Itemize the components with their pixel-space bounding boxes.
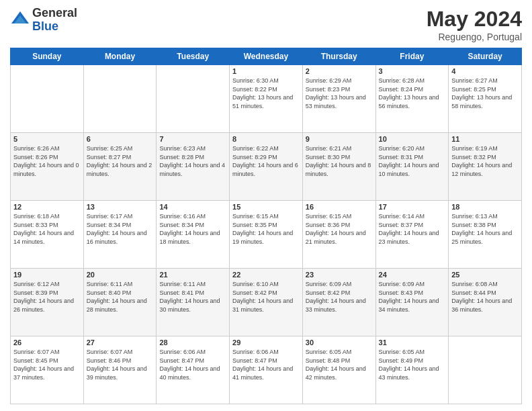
daylight: Daylight: 14 hours and 21 minutes. (306, 230, 366, 245)
day-cell: 27 Sunrise: 6:07 AM Sunset: 8:46 PM Dayl… (83, 336, 157, 404)
sunrise: Sunrise: 6:23 AM (159, 145, 206, 152)
sunset: Sunset: 8:38 PM (451, 222, 496, 228)
daylight: Daylight: 14 hours and 33 minutes. (306, 298, 366, 313)
day-cell: 13 Sunrise: 6:17 AM Sunset: 8:34 PM Dayl… (83, 201, 157, 269)
day-info: Sunrise: 6:22 AM Sunset: 8:29 PM Dayligh… (232, 144, 300, 178)
day-number: 3 (379, 67, 446, 75)
daylight: Daylight: 14 hours and 41 minutes. (232, 365, 293, 381)
sunrise: Sunrise: 6:15 AM (232, 213, 279, 220)
sunset: Sunset: 8:31 PM (379, 154, 424, 161)
sunset: Sunset: 8:24 PM (379, 86, 424, 93)
day-info: Sunrise: 6:17 AM Sunset: 8:34 PM Dayligh… (87, 212, 154, 246)
day-cell: 25 Sunrise: 6:08 AM Sunset: 8:44 PM Dayl… (449, 269, 522, 336)
daylight: Daylight: 14 hours and 37 minutes. (13, 365, 74, 381)
week-row-4: 26 Sunrise: 6:07 AM Sunset: 8:45 PM Dayl… (11, 336, 522, 404)
title-section: May 2024 Reguengo, Portugal (427, 7, 522, 42)
sunset: Sunset: 8:42 PM (232, 289, 277, 296)
day-info: Sunrise: 6:13 AM Sunset: 8:38 PM Dayligh… (451, 212, 519, 246)
day-number: 27 (87, 338, 154, 347)
daylight: Daylight: 14 hours and 23 minutes. (379, 230, 439, 245)
day-cell: 15 Sunrise: 6:15 AM Sunset: 8:35 PM Dayl… (230, 201, 303, 269)
day-info: Sunrise: 6:14 AM Sunset: 8:37 PM Dayligh… (379, 212, 446, 246)
daylight: Daylight: 14 hours and 36 minutes. (451, 298, 512, 313)
day-cell: 10 Sunrise: 6:20 AM Sunset: 8:31 PM Dayl… (375, 133, 449, 201)
day-cell: 16 Sunrise: 6:15 AM Sunset: 8:36 PM Dayl… (302, 201, 375, 269)
daylight: Daylight: 14 hours and 43 minutes. (379, 365, 439, 381)
logo-icon (10, 10, 30, 30)
day-number: 9 (306, 135, 373, 143)
day-cell (83, 65, 157, 133)
sunset: Sunset: 8:25 PM (451, 86, 496, 93)
day-cell: 30 Sunrise: 6:05 AM Sunset: 8:48 PM Dayl… (302, 336, 375, 404)
day-cell: 6 Sunrise: 6:25 AM Sunset: 8:27 PM Dayli… (83, 133, 157, 201)
day-number: 8 (232, 135, 300, 143)
header: General Blue May 2024 Reguengo, Portugal (10, 7, 522, 42)
daylight: Daylight: 14 hours and 25 minutes. (451, 230, 512, 245)
daylight: Daylight: 14 hours and 42 minutes. (306, 365, 366, 381)
day-number: 30 (306, 338, 373, 347)
sunset: Sunset: 8:39 PM (13, 289, 58, 296)
day-info: Sunrise: 6:15 AM Sunset: 8:35 PM Dayligh… (232, 212, 300, 246)
col-friday: Friday (375, 48, 449, 65)
day-number: 19 (13, 271, 81, 279)
sunrise: Sunrise: 6:30 AM (232, 77, 279, 84)
sunset: Sunset: 8:45 PM (13, 357, 58, 364)
day-info: Sunrise: 6:06 AM Sunset: 8:47 PM Dayligh… (159, 348, 226, 381)
day-number: 18 (451, 203, 519, 211)
daylight: Daylight: 14 hours and 16 minutes. (87, 230, 147, 245)
day-info: Sunrise: 6:08 AM Sunset: 8:44 PM Dayligh… (451, 280, 519, 314)
day-info: Sunrise: 6:21 AM Sunset: 8:30 PM Dayligh… (306, 144, 373, 178)
sunrise: Sunrise: 6:13 AM (451, 213, 498, 220)
daylight: Daylight: 14 hours and 2 minutes. (87, 162, 152, 177)
sunrise: Sunrise: 6:27 AM (451, 77, 498, 84)
day-cell: 18 Sunrise: 6:13 AM Sunset: 8:38 PM Dayl… (449, 201, 522, 269)
day-info: Sunrise: 6:26 AM Sunset: 8:26 PM Dayligh… (13, 144, 81, 178)
day-cell: 19 Sunrise: 6:12 AM Sunset: 8:39 PM Dayl… (11, 269, 84, 336)
daylight: Daylight: 14 hours and 10 minutes. (379, 162, 439, 177)
day-number: 29 (232, 338, 300, 347)
sunset: Sunset: 8:47 PM (232, 357, 277, 364)
sunrise: Sunrise: 6:19 AM (451, 145, 498, 152)
sunset: Sunset: 8:28 PM (159, 154, 204, 161)
header-row: Sunday Monday Tuesday Wednesday Thursday… (11, 48, 522, 65)
day-number: 13 (87, 203, 154, 211)
sunrise: Sunrise: 6:11 AM (87, 281, 133, 287)
month-year: May 2024 (427, 7, 522, 32)
sunset: Sunset: 8:34 PM (159, 222, 204, 228)
day-number: 10 (379, 135, 446, 143)
day-cell (449, 336, 522, 404)
logo-text: General Blue (32, 7, 77, 34)
daylight: Daylight: 13 hours and 58 minutes. (451, 94, 512, 109)
daylight: Daylight: 13 hours and 53 minutes. (306, 94, 366, 109)
day-number: 21 (159, 271, 226, 279)
sunset: Sunset: 8:29 PM (232, 154, 277, 161)
col-sunday: Sunday (11, 48, 84, 65)
day-cell: 3 Sunrise: 6:28 AM Sunset: 8:24 PM Dayli… (375, 65, 449, 133)
day-cell (11, 65, 84, 133)
sunset: Sunset: 8:49 PM (379, 357, 424, 364)
day-info: Sunrise: 6:30 AM Sunset: 8:22 PM Dayligh… (232, 77, 300, 110)
page: General Blue May 2024 Reguengo, Portugal… (0, 0, 532, 411)
day-number: 2 (306, 67, 373, 75)
daylight: Daylight: 14 hours and 31 minutes. (232, 298, 293, 313)
sunrise: Sunrise: 6:22 AM (232, 145, 279, 152)
logo-general: General (32, 7, 77, 20)
col-thursday: Thursday (302, 48, 375, 65)
day-number: 4 (451, 67, 519, 75)
sunset: Sunset: 8:34 PM (87, 222, 132, 228)
sunrise: Sunrise: 6:29 AM (306, 77, 352, 84)
day-cell: 8 Sunrise: 6:22 AM Sunset: 8:29 PM Dayli… (230, 133, 303, 201)
sunrise: Sunrise: 6:07 AM (87, 349, 133, 355)
daylight: Daylight: 14 hours and 40 minutes. (159, 365, 220, 381)
day-info: Sunrise: 6:23 AM Sunset: 8:28 PM Dayligh… (159, 144, 226, 178)
day-cell: 2 Sunrise: 6:29 AM Sunset: 8:23 PM Dayli… (302, 65, 375, 133)
day-number: 14 (159, 203, 226, 211)
sunrise: Sunrise: 6:06 AM (232, 349, 279, 355)
sunset: Sunset: 8:48 PM (306, 357, 351, 364)
day-info: Sunrise: 6:19 AM Sunset: 8:32 PM Dayligh… (451, 144, 519, 178)
day-info: Sunrise: 6:05 AM Sunset: 8:48 PM Dayligh… (306, 348, 373, 381)
day-cell (157, 65, 230, 133)
logo-blue: Blue (32, 20, 77, 34)
day-info: Sunrise: 6:20 AM Sunset: 8:31 PM Dayligh… (379, 144, 446, 178)
day-info: Sunrise: 6:07 AM Sunset: 8:46 PM Dayligh… (87, 348, 154, 381)
